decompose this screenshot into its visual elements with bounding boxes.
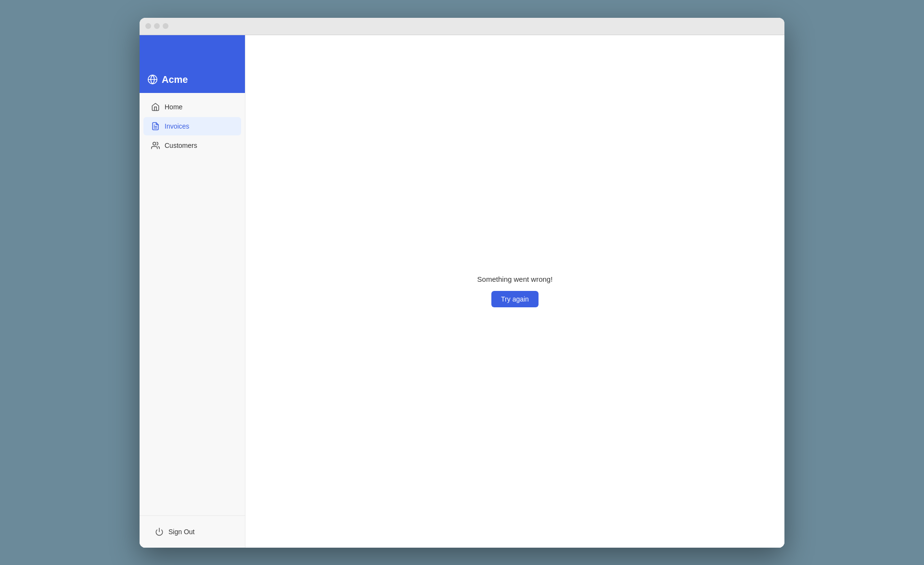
close-button[interactable] [145,23,151,29]
sidebar-footer: Sign Out [140,515,245,548]
app-window: Acme Home [140,18,784,548]
error-container: Something went wrong! Try again [477,275,553,307]
globe-icon [147,74,158,85]
minimize-button[interactable] [154,23,160,29]
traffic-lights [145,23,168,29]
maximize-button[interactable] [163,23,168,29]
sidebar-item-customers[interactable]: Customers [143,136,241,155]
sign-out-icon [155,527,164,536]
svg-point-4 [153,142,156,145]
home-icon [151,103,160,111]
sidebar-item-home-label: Home [165,103,182,111]
main-content: Something went wrong! Try again [245,35,784,548]
logo-content: Acme [147,74,188,85]
logo-text: Acme [162,74,188,85]
sign-out-label: Sign Out [168,528,194,536]
sidebar-logo: Acme [140,35,245,93]
sidebar-item-customers-label: Customers [165,142,197,149]
sidebar-item-home[interactable]: Home [143,98,241,116]
invoices-icon [151,122,160,131]
error-message: Something went wrong! [477,275,553,283]
app-container: Acme Home [140,35,784,548]
titlebar [140,18,784,35]
sign-out-button[interactable]: Sign Out [147,523,237,541]
sidebar-item-invoices[interactable]: Invoices [143,117,241,135]
nav-section: Home Invoices [140,93,245,515]
customers-icon [151,141,160,150]
sidebar: Acme Home [140,35,245,548]
try-again-button[interactable]: Try again [491,291,539,307]
sidebar-item-invoices-label: Invoices [165,122,189,130]
